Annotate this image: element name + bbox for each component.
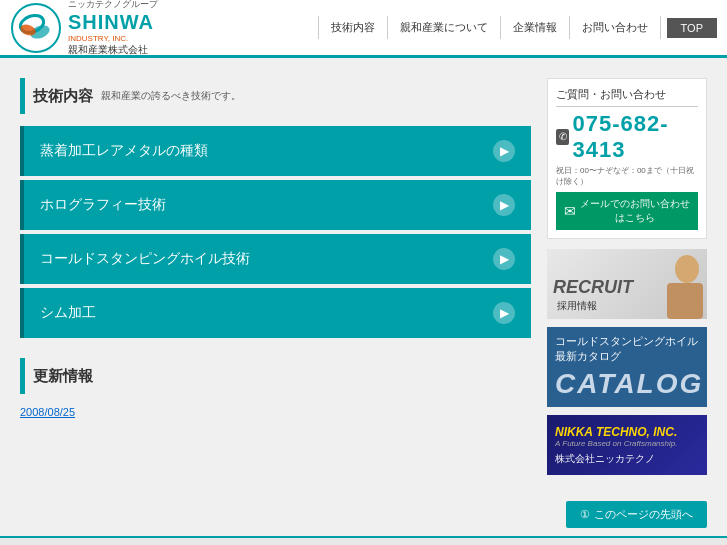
menu-item-1[interactable]: 蒸着加工レアメタルの種類 ▶ bbox=[20, 126, 531, 176]
catalog-word: CATALOG bbox=[555, 368, 699, 400]
catalog-title: コールドスタンピングホイル最新カタログ bbox=[555, 334, 699, 364]
nav-kigyo[interactable]: 企業情報 bbox=[501, 16, 570, 39]
nav-gijutsu[interactable]: 技術内容 bbox=[318, 16, 388, 39]
menu-arrow-1: ▶ bbox=[493, 140, 515, 162]
right-column: ご質問・お問い合わせ ✆ 075-682-3413 祝日：00〜ナぞなぞ：00ま… bbox=[547, 78, 707, 483]
update-heading: 更新情報 bbox=[20, 358, 531, 394]
nikka-sub: A Future Based on Craftsmanship. bbox=[555, 439, 699, 448]
page-top-area: ① このページの先頭へ bbox=[0, 493, 727, 536]
contact-title: ご質問・お問い合わせ bbox=[556, 87, 698, 107]
page-top-label: このページの先頭へ bbox=[594, 507, 693, 522]
section-title: 技術内容 bbox=[33, 87, 93, 106]
phone-icon: ✆ bbox=[556, 129, 569, 145]
menu-item-3-label: コールドスタンピングホイル技術 bbox=[40, 250, 250, 268]
nav-contact[interactable]: お問い合わせ bbox=[570, 16, 661, 39]
phone-number: 075-682-3413 bbox=[572, 111, 698, 163]
section-heading: 技術内容 親和産業の誇るべき技術です。 bbox=[20, 78, 531, 114]
site-header: ニッカテクノグループ SHINWA INDUSTRY, INC. 親和産業株式会… bbox=[0, 0, 727, 58]
main-content: 技術内容 親和産業の誇るべき技術です。 蒸着加工レアメタルの種類 ▶ ホログラフ… bbox=[0, 58, 727, 493]
nikka-kanji: 株式会社ニッカテクノ bbox=[555, 452, 699, 466]
menu-item-1-label: 蒸着加工レアメタルの種類 bbox=[40, 142, 208, 160]
menu-item-2[interactable]: ホログラフィー技術 ▶ bbox=[20, 180, 531, 230]
catalog-banner[interactable]: コールドスタンピングホイル最新カタログ CATALOG bbox=[547, 327, 707, 407]
email-icon: ✉ bbox=[564, 203, 576, 219]
update-section: 更新情報 2008/08/25 bbox=[20, 358, 531, 418]
left-column: 技術内容 親和産業の誇るべき技術です。 蒸着加工レアメタルの種類 ▶ ホログラフ… bbox=[20, 78, 531, 483]
main-nav: 技術内容 親和産業について 企業情報 お問い合わせ TOP bbox=[210, 16, 717, 39]
section-bar bbox=[20, 78, 25, 114]
logo-shinwa: SHINWA bbox=[68, 11, 158, 34]
group-name: ニッカテクノグループ bbox=[68, 0, 158, 11]
menu-item-4[interactable]: シム加工 ▶ bbox=[20, 288, 531, 338]
update-bar bbox=[20, 358, 25, 394]
update-title: 更新情報 bbox=[33, 367, 93, 386]
logo-text: ニッカテクノグループ SHINWA INDUSTRY, INC. 親和産業株式会… bbox=[68, 0, 158, 57]
menu-arrow-4: ▶ bbox=[493, 302, 515, 324]
menu-item-4-label: シム加工 bbox=[40, 304, 96, 322]
footer-nav: TOP | | | Copyright SHINWA INDUSTRY,INC. bbox=[0, 536, 727, 545]
menu-item-2-label: ホログラフィー技術 bbox=[40, 196, 166, 214]
recruit-sub: 採用情報 bbox=[557, 300, 597, 311]
menu-list: 蒸着加工レアメタルの種類 ▶ ホログラフィー技術 ▶ コールドスタンピングホイル… bbox=[20, 126, 531, 338]
recruit-banner[interactable]: RECRUIT 採用情報 bbox=[547, 249, 707, 319]
menu-arrow-3: ▶ bbox=[493, 248, 515, 270]
logo-icon bbox=[10, 2, 62, 54]
svg-rect-5 bbox=[667, 283, 703, 319]
section-subtitle: 親和産業の誇るべき技術です。 bbox=[101, 89, 241, 103]
menu-arrow-2: ▶ bbox=[493, 194, 515, 216]
nav-top[interactable]: TOP bbox=[667, 18, 717, 38]
logo-industry: INDUSTRY, INC. bbox=[68, 34, 158, 43]
nav-shinwa[interactable]: 親和産業について bbox=[388, 16, 501, 39]
update-date[interactable]: 2008/08/25 bbox=[20, 406, 531, 418]
phone-note: 祝日：00〜ナぞなぞ：00まで（十日祝け除く） bbox=[556, 165, 698, 187]
svg-point-4 bbox=[675, 255, 699, 283]
contact-box: ご質問・お問い合わせ ✆ 075-682-3413 祝日：00〜ナぞなぞ：00ま… bbox=[547, 78, 707, 239]
nikka-banner[interactable]: NIKKA TECHNO, INC. A Future Based on Cra… bbox=[547, 415, 707, 475]
email-btn-label: メールでのお問い合わせはこちら bbox=[580, 197, 690, 225]
nikka-title: NIKKA TECHNO, INC. bbox=[555, 425, 699, 439]
page-top-icon: ① bbox=[580, 508, 590, 521]
logo-kanji: 親和産業株式会社 bbox=[68, 43, 158, 57]
logo-area: ニッカテクノグループ SHINWA INDUSTRY, INC. 親和産業株式会… bbox=[10, 0, 210, 57]
recruit-title: RECRUIT bbox=[553, 277, 633, 297]
menu-item-3[interactable]: コールドスタンピングホイル技術 ▶ bbox=[20, 234, 531, 284]
page-top-button[interactable]: ① このページの先頭へ bbox=[566, 501, 707, 528]
email-button[interactable]: ✉ メールでのお問い合わせはこちら bbox=[556, 192, 698, 230]
